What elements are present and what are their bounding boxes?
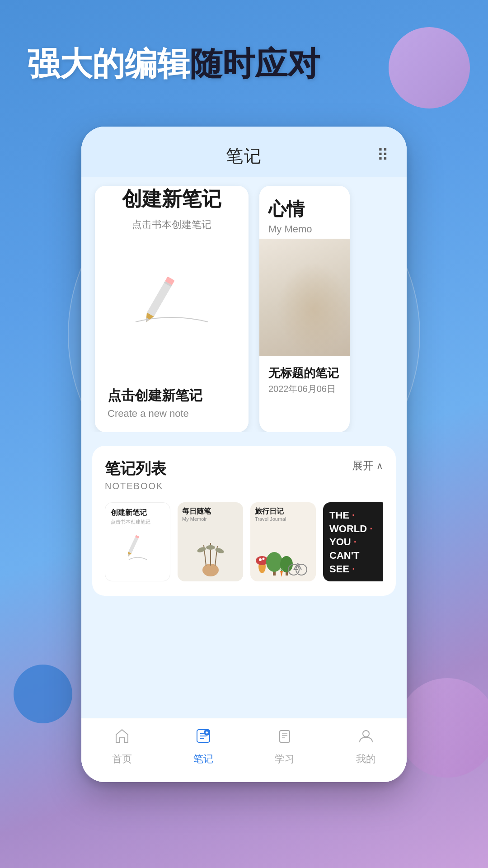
- study-icon: [276, 727, 293, 749]
- profile-icon: [357, 727, 375, 749]
- bg-decoration-circle-bottom-left: [14, 665, 72, 723]
- thumb-create-label: 创建新笔记: [111, 508, 164, 518]
- pencil-thumb-content: 创建新笔记 点击书本创建笔记: [105, 503, 170, 581]
- thumb-travel-stickers: [254, 542, 312, 578]
- svg-point-9: [202, 564, 219, 576]
- knit-overlay: [277, 262, 350, 356]
- thumb-travel-label-area: 旅行日记 Travel Journal: [255, 507, 311, 522]
- notebook-list-title-area: 笔记列表 NOTEBOOK: [105, 458, 166, 491]
- expand-arrow-icon: ∧: [376, 460, 383, 471]
- create-note-footer: 点击创建新笔记 Create a new note: [95, 376, 249, 432]
- expand-label: 展开: [352, 458, 374, 473]
- nav-item-notes[interactable]: 笔记: [193, 727, 213, 766]
- svg-rect-39: [280, 731, 290, 742]
- create-note-title: 创建新笔记: [122, 186, 221, 212]
- thumb-daily-title: 每日随笔: [182, 507, 239, 515]
- thumb-travel-sub: Travel Journal: [255, 516, 311, 522]
- svg-rect-5: [128, 537, 138, 553]
- create-note-cover: 创建新笔记 点击书本创建笔记: [95, 186, 249, 376]
- svg-point-19: [263, 558, 265, 560]
- spacer: [81, 596, 407, 718]
- mood-memo: My Memo: [268, 223, 341, 235]
- grid-icon[interactable]: ⠿: [377, 146, 389, 165]
- svg-point-43: [363, 731, 369, 737]
- header-title-part2: 随时应对: [190, 46, 320, 82]
- nav-item-profile[interactable]: 我的: [356, 727, 376, 766]
- notes-title: 笔记: [226, 145, 262, 168]
- create-note-card[interactable]: 创建新笔记 点击书本创建笔记: [95, 186, 249, 432]
- svg-point-13: [196, 546, 206, 553]
- thumb-create-sub: 点击书本创建笔记: [111, 519, 164, 525]
- thumb-travel-content: 旅行日记 Travel Journal: [250, 502, 316, 581]
- nav-item-study[interactable]: 学习: [275, 727, 295, 766]
- svg-point-14: [206, 545, 215, 550]
- nav-item-home[interactable]: 首页: [112, 727, 132, 766]
- thumb-world[interactable]: THE ·WORLD ·YOU ·CAN'TSEE ·: [323, 502, 383, 581]
- svg-marker-29: [280, 571, 283, 577]
- bg-decoration-circle-bottom-right: [398, 678, 488, 778]
- mood-card-top: 心情 My Memo: [259, 186, 350, 239]
- svg-rect-0: [147, 281, 172, 316]
- notebook-thumbnails: 创建新笔记 点击书本创建笔记: [105, 502, 383, 581]
- nav-profile-label: 我的: [356, 752, 376, 766]
- nav-study-label: 学习: [275, 752, 295, 766]
- home-icon: [113, 727, 131, 749]
- thumb-daily-illustration: [192, 536, 229, 577]
- thumb-daily-content: 每日随笔 My Memoir: [178, 502, 243, 581]
- thumb-world-content: THE ·WORLD ·YOU ·CAN'TSEE ·: [323, 502, 383, 581]
- thumb-daily-label-area: 每日随笔 My Memoir: [182, 507, 239, 522]
- phone-screen: 笔记 ⠿ 创建新笔记 点击书本创建笔记: [81, 127, 407, 782]
- mood-title: 心情: [268, 197, 341, 222]
- thumb-travel-title: 旅行日记: [255, 507, 311, 515]
- notebook-list-title: 笔记列表: [105, 458, 166, 479]
- knit-background: [259, 239, 350, 356]
- pencil-thumb-drawing: [111, 525, 164, 576]
- thumb-daily-sub: My Memoir: [182, 516, 239, 522]
- nav-notes-label: 笔记: [193, 752, 213, 766]
- create-note-footer-sub: Create a new note: [108, 408, 236, 420]
- thumb-daily[interactable]: 每日随笔 My Memoir: [178, 502, 243, 581]
- note-icon: [195, 727, 212, 749]
- bottom-navigation: 首页 笔记: [81, 718, 407, 782]
- svg-point-18: [259, 558, 262, 561]
- mood-card-footer: 无标题的笔记 2022年06月06日: [259, 356, 350, 408]
- nav-home-label: 首页: [112, 752, 132, 766]
- notebook-list-subtitle: NOTEBOOK: [105, 481, 166, 491]
- phone-mockup: 笔记 ⠿ 创建新笔记 点击书本创建笔记: [81, 127, 407, 782]
- header-title-part1: 强大的编辑: [27, 46, 190, 82]
- svg-point-21: [266, 552, 282, 572]
- create-note-subtitle: 点击书本创建笔记: [132, 218, 211, 231]
- notes-header: 笔记 ⠿: [81, 127, 407, 177]
- expand-button[interactable]: 展开 ∧: [352, 458, 383, 473]
- pencil-illustration: [122, 231, 221, 376]
- header-title-area: 强大的编辑随时应对: [27, 45, 461, 83]
- world-text: THE ·WORLD ·YOU ·CAN'TSEE ·: [329, 509, 372, 576]
- notebook-list-section: 笔记列表 NOTEBOOK 展开 ∧ 创建新笔记 点击书本创建笔记: [92, 446, 396, 596]
- create-note-footer-title: 点击创建新笔记: [108, 387, 236, 405]
- notebook-list-header: 笔记列表 NOTEBOOK 展开 ∧: [105, 458, 383, 491]
- mood-card-image: [259, 239, 350, 356]
- mood-footer-title: 无标题的笔记: [268, 365, 341, 381]
- thumb-travel[interactable]: 旅行日记 Travel Journal: [250, 502, 316, 581]
- mood-card[interactable]: 心情 My Memo 无标题的笔记 2022年06月06日: [259, 186, 350, 432]
- mood-footer-date: 2022年06月06日: [268, 383, 341, 395]
- notebook-cards-row: 创建新笔记 点击书本创建笔记: [81, 177, 407, 432]
- thumb-create[interactable]: 创建新笔记 点击书本创建笔记: [105, 502, 170, 581]
